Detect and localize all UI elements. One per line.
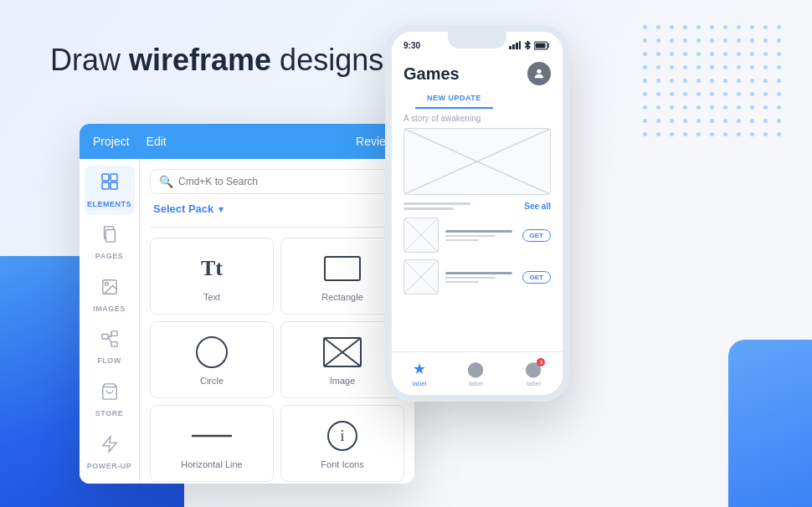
dot (723, 65, 727, 69)
element-horizontal-line[interactable]: Horizontal Line (150, 405, 274, 482)
chevron-down-icon: ▾ (218, 203, 224, 215)
dot (643, 52, 647, 56)
dot (670, 38, 674, 43)
dot (670, 65, 674, 69)
dot (710, 105, 714, 110)
svg-rect-1 (110, 174, 117, 181)
dot (723, 105, 727, 110)
dot (710, 119, 714, 123)
svg-point-26 (537, 69, 541, 74)
dot (683, 119, 687, 123)
sidebar-item-elements[interactable]: ELEMENTS (85, 166, 135, 215)
nav-item-home[interactable]: ★ label (413, 360, 427, 387)
nav-badge-count: 3 (537, 358, 545, 366)
thumb-x-2 (404, 260, 438, 294)
sidebar-label-powerup: POWER-UP (87, 462, 132, 470)
svg-point-7 (105, 282, 108, 285)
app-thumbnail-2 (403, 259, 439, 294)
sidebar-item-pages[interactable]: PAGES (85, 218, 135, 268)
sidebar-item-images[interactable]: IMAGES (85, 270, 135, 320)
dot (777, 25, 781, 29)
element-circle[interactable]: Circle (150, 321, 274, 398)
dot-grid-decoration (643, 25, 787, 142)
element-font-icons[interactable]: i Font Icons (280, 405, 404, 482)
svg-rect-12 (325, 257, 360, 280)
get-button-2[interactable]: GET (522, 271, 551, 284)
dot (710, 79, 714, 83)
dot (723, 79, 727, 83)
app-title-line-2 (445, 272, 512, 274)
dot (683, 25, 687, 29)
svg-rect-3 (110, 182, 117, 189)
dot (670, 105, 674, 110)
dot (696, 65, 701, 69)
images-icon (100, 278, 119, 301)
dot (710, 65, 714, 69)
app-sub-line-1b (445, 239, 479, 241)
dot (683, 52, 687, 56)
wireframe-x-svg (404, 129, 550, 194)
nav-item-middle[interactable]: ⬤ label (467, 360, 484, 387)
menu-edit[interactable]: Edit (146, 135, 167, 148)
app-info-2 (445, 272, 516, 283)
phone-tab-new-update: NEW UPDATE (415, 94, 493, 109)
list-item: GET (403, 218, 551, 253)
circle-icon-area (193, 334, 230, 371)
signal-icon (509, 41, 521, 49)
dot (777, 38, 781, 43)
decorative-blob-right (728, 340, 812, 507)
search-input[interactable] (178, 176, 395, 187)
dot (737, 105, 741, 110)
search-icon: 🔍 (159, 175, 173, 188)
powerup-icon (100, 435, 119, 458)
dot (777, 65, 781, 69)
fonticons-label: Font Icons (321, 459, 363, 469)
dot (710, 25, 714, 29)
phone-bottom-nav: ★ label ⬤ label ⬤ 3 label (392, 351, 563, 395)
dot (737, 38, 741, 43)
nav-badge-container: ⬤ 3 (525, 360, 542, 378)
search-bar[interactable]: 🔍 (150, 169, 404, 194)
dot (696, 92, 701, 96)
sidebar-item-flow[interactable]: FLOW (85, 323, 135, 372)
nav-item-badge[interactable]: ⬤ 3 label (525, 360, 542, 387)
hline-icon (190, 432, 234, 440)
dot (696, 38, 701, 43)
dot (750, 65, 754, 69)
dot (656, 52, 660, 56)
see-all-link[interactable]: See all (524, 202, 551, 211)
select-pack-label: Select Pack (153, 202, 213, 215)
sidebar-label-store: STORE (95, 409, 123, 417)
rect-label: Rectangle (321, 292, 363, 302)
dot (777, 105, 781, 110)
element-text[interactable]: Tt Text (150, 238, 274, 315)
flow-icon (100, 330, 119, 353)
text-icon: Tt (201, 256, 223, 281)
dot (643, 65, 647, 69)
dot (723, 38, 727, 43)
app-thumbnail-1 (403, 218, 439, 253)
dot (777, 132, 781, 136)
dot (763, 25, 768, 29)
dot (710, 132, 714, 136)
dot (763, 52, 768, 56)
dot (670, 52, 674, 56)
phone-subtitle: A story of awakening (392, 114, 563, 123)
menu-project[interactable]: Project (93, 135, 130, 148)
svg-rect-9 (110, 331, 116, 336)
dot (723, 52, 727, 56)
svg-rect-22 (516, 43, 518, 49)
fonticons-icon-area: i (326, 417, 359, 454)
dot (710, 38, 714, 43)
sidebar-label-pages: PAGES (95, 252, 123, 260)
sidebar-item-powerup[interactable]: POWER-UP (85, 428, 135, 477)
sidebar-item-store[interactable]: STORE (85, 376, 135, 425)
elements-grid: Tt Text Rectangle (150, 238, 404, 482)
rect-icon-area (321, 250, 363, 287)
get-button-1[interactable]: GET (522, 229, 551, 242)
sidebar: ELEMENTS PAGES (80, 159, 140, 484)
list-item: GET (403, 259, 551, 294)
hline-label: Horizontal Line (181, 459, 242, 469)
dot (656, 92, 660, 96)
dot (777, 52, 781, 56)
